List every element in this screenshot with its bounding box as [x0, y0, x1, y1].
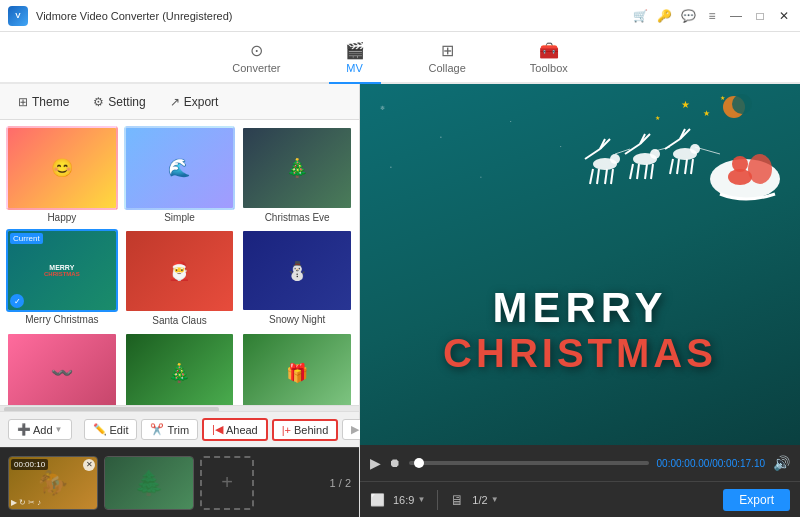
theme-stripes-waves[interactable]: 〰️ Stripes & Waves [6, 332, 118, 406]
tab-collage[interactable]: ⊞ Collage [413, 35, 482, 84]
title-bar: V Vidmore Video Converter (Unregistered)… [0, 0, 800, 32]
volume-button[interactable]: 🔊 [773, 455, 790, 471]
behind-button[interactable]: |+ Behind [272, 419, 339, 441]
toolbox-icon: 🧰 [539, 41, 559, 60]
theme-snowy-night-thumb: ⛄ [241, 229, 353, 313]
export-button[interactable]: Export [723, 489, 790, 511]
close-button[interactable]: ✕ [776, 8, 792, 24]
theme-icon: ⊞ [18, 95, 28, 109]
svg-line-26 [691, 159, 693, 174]
trim-icon: ✂️ [150, 423, 164, 436]
time-display: 00:00:00.00/00:00:17.10 [657, 458, 765, 469]
aspect-ratio-select[interactable]: 16:9 ▼ [393, 494, 425, 506]
title-bar-controls: 🛒 🔑 💬 ≡ — □ ✕ [632, 8, 792, 24]
right-panel: ★ ★ ★ ★ ❄ • • • • • [360, 84, 800, 517]
theme-santa-claus-thumb: 🎅 [124, 229, 236, 313]
edit-icon: ✏️ [93, 423, 107, 436]
svg-line-8 [611, 169, 613, 184]
edit-button[interactable]: ✏️ Edit [84, 419, 138, 440]
aspect-chevron-icon: ▼ [417, 495, 425, 504]
theme-santa-claus[interactable]: 🎅 Santa Claus [124, 229, 236, 326]
svg-line-17 [651, 164, 653, 179]
progress-bar[interactable] [409, 461, 649, 465]
collage-icon: ⊞ [441, 41, 454, 60]
app-title: Vidmore Video Converter (Unregistered) [36, 10, 632, 22]
aspect-icon: ⬜ [370, 493, 385, 507]
bottom-toolbar: ➕ Add ▼ ✏️ Edit ✂️ Trim |◀ Ahead |+ Behi… [0, 411, 359, 447]
stop-button[interactable]: ⏺ [389, 456, 401, 470]
minimize-button[interactable]: — [728, 8, 744, 24]
timeline-page-info: 1 / 2 [330, 477, 351, 489]
key-icon[interactable]: 🔑 [656, 8, 672, 24]
setting-icon: ⚙ [93, 95, 104, 109]
cart-icon[interactable]: 🛒 [632, 8, 648, 24]
timeline: 🏇 00:00:10 ✕ ▶ ↻ ✂ ♪ 🌲 + 1 / 2 [0, 447, 359, 517]
main-area: ⊞ Theme ⚙ Setting ↗ Export 😊 Happy [0, 84, 800, 517]
maximize-button[interactable]: □ [752, 8, 768, 24]
add-clip-button[interactable]: + [200, 456, 254, 510]
svg-line-15 [637, 164, 639, 179]
theme-merry-christmas[interactable]: MERRY CHRISTMAS Current ✓ Merry Christma… [6, 229, 118, 326]
svg-point-22 [690, 144, 700, 154]
svg-line-5 [590, 169, 593, 184]
sub-tab-export[interactable]: ↗ Export [160, 91, 229, 113]
svg-line-14 [630, 164, 633, 179]
merry-text: MERRY [443, 285, 717, 331]
chat-icon[interactable]: 💬 [680, 8, 696, 24]
svg-line-6 [597, 169, 599, 184]
preview-text: MERRY CHRISTMAS [443, 285, 717, 375]
add-dropdown-icon: ▼ [55, 425, 63, 434]
clip1-time: 00:00:10 [11, 459, 48, 470]
theme-happy-thumb: 😊 [6, 126, 118, 210]
theme-beautiful-christmas[interactable]: 🎁 Beautiful Christmas [241, 332, 353, 406]
monitor-icon: 🖥 [450, 492, 464, 508]
svg-point-4 [610, 154, 620, 164]
sub-tab-setting[interactable]: ⚙ Setting [83, 91, 155, 113]
page-nav[interactable]: 1/2 ▼ [472, 494, 498, 506]
timeline-clip-2[interactable]: 🌲 [104, 456, 194, 510]
christmas-text: CHRISTMAS [443, 331, 717, 375]
top-nav: ⊙ Converter 🎬 MV ⊞ Collage 🧰 Toolbox [0, 32, 800, 84]
export-row: ⬜ 16:9 ▼ 🖥 1/2 ▼ Export [360, 481, 800, 517]
play-icon: ▶ [11, 498, 17, 507]
theme-snowy-night[interactable]: ⛄ Snowy Night [241, 229, 353, 326]
timeline-clip-1[interactable]: 🏇 00:00:10 ✕ ▶ ↻ ✂ ♪ [8, 456, 98, 510]
sub-tab-theme[interactable]: ⊞ Theme [8, 91, 79, 113]
progress-dot[interactable] [414, 458, 424, 468]
export-icon: ↗ [170, 95, 180, 109]
theme-simple-thumb: 🌊 [124, 126, 236, 210]
svg-line-16 [645, 164, 647, 179]
svg-line-23 [670, 159, 673, 174]
theme-christmas-eve[interactable]: 🎄 Christmas Eve [241, 126, 353, 223]
trim-button[interactable]: ✂️ Trim [141, 419, 198, 440]
video-preview: ★ ★ ★ ★ ❄ • • • • • [360, 84, 800, 445]
tab-converter[interactable]: ⊙ Converter [216, 35, 296, 84]
add-icon: ➕ [17, 423, 31, 436]
play-button[interactable]: ▶ [370, 455, 381, 471]
converter-icon: ⊙ [250, 41, 263, 60]
separator2 [437, 490, 438, 510]
add-button[interactable]: ➕ Add ▼ [8, 419, 72, 440]
tab-toolbox[interactable]: 🧰 Toolbox [514, 35, 584, 84]
theme-christmas-tree[interactable]: 🎄 Christmas Tree [124, 332, 236, 406]
ahead-button[interactable]: |◀ Ahead [202, 418, 268, 441]
ahead-icon: |◀ [212, 423, 223, 436]
svg-line-24 [677, 159, 679, 174]
video-controls: ▶ ⏺ 00:00:00.00/00:00:17.10 🔊 [360, 445, 800, 481]
mv-icon: 🎬 [345, 41, 365, 60]
svg-point-33 [748, 154, 772, 184]
svg-line-7 [605, 169, 607, 184]
menu-icon[interactable]: ≡ [704, 8, 720, 24]
theme-happy[interactable]: 😊 Happy [6, 126, 118, 223]
theme-stripes-waves-thumb: 〰️ [6, 332, 118, 406]
tab-mv[interactable]: 🎬 MV [329, 35, 381, 84]
clip2-thumbnail: 🌲 [105, 457, 193, 509]
svg-line-0 [585, 149, 600, 159]
theme-simple[interactable]: 🌊 Simple [124, 126, 236, 223]
svg-line-9 [625, 144, 640, 154]
clip1-close[interactable]: ✕ [83, 459, 95, 471]
svg-line-28 [655, 147, 670, 151]
reindeer-svg [575, 99, 785, 219]
app-logo: V [8, 6, 28, 26]
music-icon: ♪ [37, 498, 41, 507]
